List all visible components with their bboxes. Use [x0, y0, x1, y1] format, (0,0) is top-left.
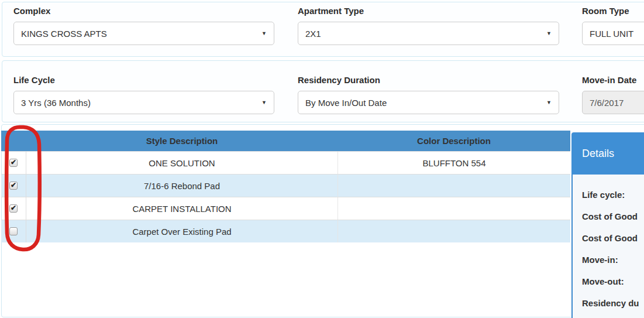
color-cell — [338, 175, 570, 197]
residency-duration-select[interactable]: By Move In/Out Date ▼ — [298, 91, 559, 114]
apartment-type-select[interactable]: 2X1 ▼ — [298, 22, 559, 45]
table-header-row: Style Description Color Description — [1, 131, 570, 151]
style-cell: 7/16-6 Rebond Pad — [26, 175, 338, 197]
room-type-label: Room Type — [582, 6, 629, 16]
styles-table: Style Description Color Description ONE … — [1, 131, 570, 242]
life-cycle-label: Life Cycle — [13, 75, 55, 86]
style-description-header: Style Description — [26, 136, 338, 146]
row-checkbox[interactable] — [9, 227, 18, 235]
style-cell: ONE SOLUTION — [26, 152, 338, 174]
residency-duration-label: Residency Duration — [298, 75, 380, 86]
details-move-out-label: Move-out: — [582, 271, 644, 292]
color-description-header: Color Description — [338, 136, 570, 146]
move-in-date-value: 7/6/2017 — [590, 98, 624, 108]
apartment-type-label: Apartment Type — [298, 6, 364, 16]
apartment-type-select-value: 2X1 — [305, 29, 321, 39]
chevron-down-icon: ▼ — [261, 100, 267, 105]
filters-panel-mid: Life Cycle Residency Duration Move-in Da… — [2, 60, 644, 122]
details-residency-duration-label: Residency du — [582, 292, 644, 314]
room-type-select-value: FULL UNIT — [590, 29, 633, 39]
color-cell: BLUFFTON 554 — [338, 152, 570, 174]
life-cycle-select-value: 3 Yrs (36 Months) — [21, 98, 91, 108]
chevron-down-icon: ▼ — [546, 100, 552, 105]
details-panel-body: Life cycle: Cost of Good Cost of Good Mo… — [571, 175, 644, 318]
details-title: Details — [582, 148, 614, 160]
table-row[interactable]: ONE SOLUTION BLUFFTON 554 — [1, 151, 570, 174]
residency-duration-select-value: By Move In/Out Date — [305, 98, 387, 108]
details-panel: Details Life cycle: Cost of Good Cost of… — [571, 132, 644, 318]
details-life-cycle-label: Life cycle: — [582, 184, 644, 206]
complex-select[interactable]: KINGS CROSS APTS ▼ — [13, 22, 274, 45]
color-cell — [338, 197, 570, 220]
room-type-select[interactable]: FULL UNIT — [582, 22, 644, 45]
details-panel-header: Details — [571, 132, 644, 175]
row-checkbox[interactable] — [9, 182, 18, 190]
color-cell — [338, 220, 570, 242]
complex-label: Complex — [13, 6, 50, 16]
details-move-in-label: Move-in: — [582, 249, 644, 271]
row-checkbox[interactable] — [9, 204, 18, 213]
row-checkbox[interactable] — [9, 159, 18, 167]
life-cycle-select[interactable]: 3 Yrs (36 Months) ▼ — [13, 91, 274, 114]
chevron-down-icon: ▼ — [546, 30, 552, 36]
table-row[interactable]: 7/16-6 Rebond Pad — [1, 174, 570, 197]
table-row[interactable]: CARPET INSTALLATION — [1, 197, 570, 220]
move-in-date-input: 7/6/2017 — [582, 91, 644, 114]
style-cell: Carpet Over Existing Pad — [26, 220, 338, 242]
details-cost-of-goods-label: Cost of Good — [582, 206, 644, 227]
chevron-down-icon: ▼ — [261, 30, 267, 36]
details-cost-of-goods-label-2: Cost of Good — [582, 227, 644, 249]
move-in-date-label: Move-in Date — [582, 75, 636, 86]
table-row[interactable]: Carpet Over Existing Pad — [1, 220, 570, 242]
style-cell: CARPET INSTALLATION — [26, 197, 338, 220]
complex-select-value: KINGS CROSS APTS — [21, 29, 107, 39]
filters-panel-top: Complex Apartment Type Room Type KINGS C… — [2, 2, 644, 57]
